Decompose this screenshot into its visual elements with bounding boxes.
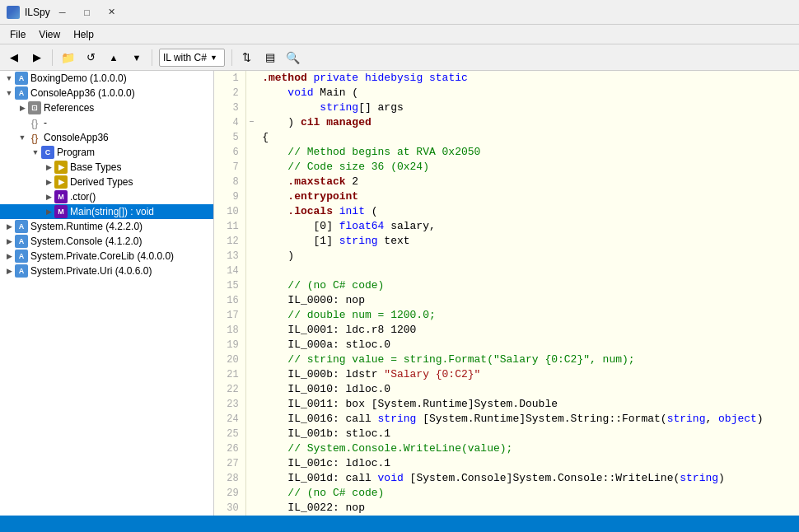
tree-item-base-types[interactable]: ▶▶Base Types (0, 160, 213, 175)
line-number: 22 (214, 382, 245, 397)
code-token: salary, (384, 220, 435, 232)
tree-toggle-icon[interactable] (16, 117, 28, 128)
tree-item-ctor[interactable]: ▶M.ctor() (0, 189, 213, 204)
tree-toggle-icon[interactable]: ▶ (43, 161, 54, 173)
line-number: 4 (214, 115, 245, 130)
fold-indicator (245, 501, 257, 516)
back-button[interactable]: ◀ (3, 47, 25, 68)
code-line-row: 3 string[] args (214, 100, 799, 115)
code-line-row: 8 .maxstack 2 (214, 175, 799, 189)
code-token: [System.Console]System.Console::WriteLin… (404, 472, 680, 484)
fold-indicator (245, 160, 257, 175)
tree-item-derived-types[interactable]: ▶▶Derived Types (0, 175, 213, 189)
tree-toggle-icon[interactable]: ▼ (3, 72, 15, 84)
line-number: 13 (214, 249, 245, 264)
nav-up-button[interactable]: ▲ (103, 47, 124, 68)
view-button[interactable]: ▤ (259, 47, 281, 68)
tree-toggle-icon[interactable]: ▶ (3, 221, 15, 232)
tree-item-system-private-uri[interactable]: ▶ASystem.Private.Uri (4.0.6.0) (0, 264, 213, 278)
dash-icon: {} (28, 116, 41, 129)
tree-toggle-icon[interactable]: ▶ (16, 102, 28, 114)
tree-item-system-console[interactable]: ▶ASystem.Console (4.1.2.0) (0, 234, 213, 249)
tree-item-boxing-demo[interactable]: ▼ABoxingDemo (1.0.0.0) (0, 71, 213, 86)
code-content: string[] args (257, 100, 798, 115)
code-token: { (262, 131, 269, 143)
code-token: // Method begins at RVA 0x2050 (262, 146, 480, 158)
tree-item-main[interactable]: ▶MMain(string[]) : void (0, 204, 213, 219)
fold-indicator (245, 249, 257, 264)
code-line-row: 5{ (214, 130, 799, 145)
fold-indicator (245, 219, 257, 234)
tree-item-program[interactable]: ▼CProgram (0, 145, 213, 160)
code-token: .method (262, 72, 313, 84)
line-number: 30 (214, 501, 245, 516)
forward-button[interactable]: ▶ (26, 47, 48, 68)
menu-view[interactable]: View (32, 25, 67, 44)
menu-help[interactable]: Help (67, 25, 100, 44)
tree-toggle-icon[interactable]: ▶ (3, 236, 15, 247)
tree-item-dash[interactable]: {}- (0, 115, 213, 130)
close-button[interactable]: ✕ (100, 0, 124, 25)
menubar: File View Help (0, 25, 799, 44)
code-token: ) (718, 472, 725, 484)
code-token: Main (320, 86, 352, 99)
code-line-row: 27 IL_001c: ldloc.1 (214, 456, 799, 471)
code-line-row: 26 // System.Console.WriteLine(value); (214, 441, 799, 456)
code-token: IL_0016: call (262, 413, 377, 425)
tree-toggle-icon[interactable]: ▶ (3, 265, 15, 277)
language-selector[interactable]: IL with C# ▼ (159, 49, 225, 67)
line-number: 24 (214, 412, 245, 427)
toolbar-separator-2 (152, 49, 152, 66)
tree-item-system-private-corelib[interactable]: ▶ASystem.Private.CoreLib (4.0.0.0) (0, 249, 213, 264)
line-number: 16 (214, 293, 245, 308)
code-token: // (no C# code) (262, 487, 384, 499)
fold-indicator (245, 175, 257, 189)
refresh-button[interactable]: ↺ (80, 47, 101, 68)
code-content: // double num = 1200.0; (257, 308, 798, 323)
code-token: // double num = 1200.0; (262, 309, 436, 321)
sort-button[interactable]: ⇅ (236, 47, 258, 68)
search-button[interactable]: 🔍 (283, 47, 304, 68)
code-line-row: 30 IL_0022: nop (214, 501, 799, 516)
tree-toggle-icon[interactable]: ▶ (43, 191, 54, 203)
nav-down-button[interactable]: ▼ (126, 47, 147, 68)
tree-item-references[interactable]: ▶⊡References (0, 100, 213, 115)
assembly-icon: A (15, 250, 28, 263)
code-token: [0] (262, 220, 339, 232)
tree-item-consoleapp36-1[interactable]: ▼AConsoleApp36 (1.0.0.0) (0, 86, 213, 100)
minimize-button[interactable]: ─ (50, 0, 75, 25)
open-button[interactable]: 📁 (57, 47, 78, 68)
tree-item-label: System.Console (4.1.2.0) (30, 236, 142, 247)
code-token: .entrypoint (262, 190, 358, 203)
fold-indicator (245, 293, 257, 308)
maximize-button[interactable]: □ (75, 0, 100, 25)
tree-toggle-icon[interactable]: ▼ (16, 132, 28, 143)
line-number: 26 (214, 441, 245, 456)
fold-indicator (245, 486, 257, 501)
code-token: .maxstack (262, 175, 352, 188)
tree-item-label: ConsoleApp36 (44, 132, 109, 143)
tree-toggle-icon[interactable]: ▶ (43, 206, 54, 217)
tree-toggle-icon[interactable]: ▶ (3, 250, 15, 262)
tree-toggle-icon[interactable]: ▼ (3, 87, 15, 99)
tree-toggle-icon[interactable]: ▼ (30, 147, 41, 158)
code-token: // (no C# code) (262, 279, 384, 292)
menu-file[interactable]: File (3, 25, 32, 44)
code-line-row: 25 IL_001b: stloc.1 (214, 427, 799, 441)
code-content: ) cil managed (257, 115, 798, 130)
code-token: object (718, 413, 757, 425)
code-token: ) (757, 413, 764, 425)
line-number: 3 (214, 100, 245, 115)
code-line-row: 19 IL_000a: stloc.0 (214, 338, 799, 352)
main-content: ▼ABoxingDemo (1.0.0.0)▼AConsoleApp36 (1.… (0, 71, 799, 516)
window-controls: ─ □ ✕ (50, 0, 124, 25)
statusbar (0, 516, 799, 532)
tree-item-consoleapp36-ns[interactable]: ▼{}ConsoleApp36 (0, 130, 213, 145)
tree-toggle-icon[interactable]: ▶ (43, 176, 54, 188)
fold-indicator[interactable]: − (245, 115, 257, 130)
code-token: private (314, 72, 365, 84)
tree-item-label: System.Runtime (4.2.2.0) (30, 221, 143, 232)
tree-item-system-runtime[interactable]: ▶ASystem.Runtime (4.2.2.0) (0, 219, 213, 234)
code-line-row: 20 // string value = string.Format("Sala… (214, 352, 799, 367)
code-token: IL_0001: ldc.r8 1200 (262, 324, 416, 336)
